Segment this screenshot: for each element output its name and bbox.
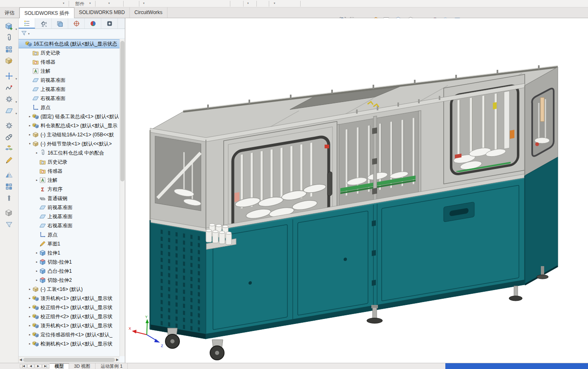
configuration-manager-tab[interactable] [52,18,68,29]
edit-component-icon[interactable] [2,55,17,67]
ribbon-tab-solidworks-插件[interactable]: SOLIDWORKS 插件 [19,7,74,18]
exploded-view-icon[interactable] [2,143,17,154]
expand-arrow-icon[interactable]: ▸ [34,269,39,273]
expand-arrow-icon[interactable]: ▸ [27,315,32,318]
tree-item[interactable]: 历史记录 [19,48,120,57]
tree-item[interactable]: 历史记录 [19,157,120,167]
belt-chain-icon[interactable] [2,131,17,143]
expand-arrow-icon[interactable]: ▸ [27,115,32,118]
selection-filter-icon[interactable] [2,219,17,230]
mirror-components-icon[interactable] [2,169,17,181]
filter-funnel-icon[interactable] [21,30,27,38]
nav-prev-button[interactable]: ◀ [27,364,34,368]
expand-arrow-icon[interactable]: ▸ [27,288,32,291]
gear-mate-icon[interactable] [2,120,17,131]
chevron-down-icon[interactable]: ▾ [274,2,275,5]
tree-item[interactable]: 原点 [19,230,120,239]
machine-3d-model[interactable]: X Y Z [125,18,588,363]
expand-arrow-icon[interactable]: ▸ [27,124,32,127]
insert-components-icon[interactable]: ▾ [2,21,17,32]
expand-arrow-icon[interactable]: ▸ [34,260,39,264]
nav-last-button[interactable]: ▶| [42,364,49,368]
bottom-tab-运动算例-1[interactable]: 运动算例 1 [96,363,128,369]
tree-item[interactable]: 前视基准面 [19,203,120,212]
ribbon-tab-评估[interactable]: 评估 [0,7,19,18]
ribbon-tab-circuitworks[interactable]: CircuitWorks [130,7,167,18]
expand-arrow-icon[interactable]: ▸ [27,306,32,309]
expand-arrow-icon[interactable]: ▸ [27,324,32,327]
tree-item[interactable]: 草图1 [19,239,120,248]
chevron-down-icon[interactable]: ▾ [89,2,91,5]
tree-item[interactable]: ▸16工位料仓总成 中的配合 [19,148,120,157]
tree-item[interactable]: ▸拉伸1 [19,248,120,257]
tree-item[interactable]: ▸(-) 工装<16> (默认) [19,285,120,294]
tree-item[interactable]: 原点 [19,103,120,112]
tree-item[interactable]: ▸顶升机构<1> (默认<默认_显示状 [19,294,120,303]
cam-tab[interactable] [101,18,118,29]
display-manager-tab[interactable] [85,18,101,29]
scroll-right-arrow[interactable]: ▶ [116,358,119,362]
expand-arrow-icon[interactable]: ▸ [34,151,39,155]
tree-item[interactable]: 右视基准面 [19,94,120,103]
tree-item[interactable]: 前视基准面 [19,76,120,85]
chevron-down-icon[interactable]: ▾ [108,2,110,5]
expand-arrow-icon[interactable]: ▸ [34,279,39,282]
tree-item[interactable]: A注解 [19,67,120,76]
expand-arrow-icon[interactable]: ▸ [27,333,32,336]
tree-item[interactable]: ▸切除-拉伸1 [19,257,120,267]
expand-arrow-icon[interactable]: ▾ [27,142,32,145]
ribbon-tab-solidworks-mbd[interactable]: SOLIDWORKS MBD [74,7,130,18]
bottom-tab-3d-视图[interactable]: 3D 视图 [69,363,96,369]
tree-item[interactable]: ▸(-) 主动链轮16A-12<1> (05B<<默 [19,130,120,139]
tree-item[interactable]: ▸校正组件<2> (默认<默认_显示状 [19,312,120,321]
dimxpert-manager-tab[interactable] [68,18,85,29]
tree-item[interactable]: 普通碳钢 [19,194,120,203]
tree-item[interactable]: ▸定位传感器组件<1> (默认<默认_ [19,330,120,339]
large-assembly-mode-icon[interactable] [2,207,17,219]
tree-item[interactable]: ▸凸台-拉伸1 [19,267,120,276]
tree-item[interactable]: ▸料仓装配总成<1> (默认<默认_显示 [19,121,120,130]
tree-item[interactable]: 16工位料仓总成 (默认<默认_显示状态 [19,39,120,48]
feature-manager-tab[interactable] [19,18,35,29]
mate-icon[interactable] [2,32,17,43]
expand-arrow-icon[interactable]: ▸ [27,342,32,345]
tree-item[interactable]: 右视基准面 [19,221,120,230]
nav-next-button[interactable]: ▶ [35,364,42,368]
graphics-viewport[interactable]: X Y Z [125,18,588,363]
tree-item[interactable]: ▾(-) 外链节垫块<1> (默认<<默认> [19,139,120,148]
component-pattern-icon[interactable] [2,181,17,192]
assembly-features-icon[interactable]: ▾ [2,93,17,105]
tree-item[interactable]: ▸校正组件<1> (默认<默认_显示状 [19,303,120,312]
property-manager-tab[interactable] [35,18,52,29]
chevron-down-icon[interactable]: ▾ [247,2,249,5]
move-component-icon[interactable]: ▾ [2,70,17,81]
scrollbar-thumb[interactable] [23,358,115,362]
tree-item[interactable]: ▸顶升机构<1> (默认<默认_显示状 [19,321,120,330]
reference-geometry-icon[interactable]: ▾ [2,105,17,116]
expand-arrow-icon[interactable]: ▸ [27,297,32,300]
tree-item[interactable]: 上视基准面 [19,85,120,94]
bottom-tab-模型[interactable]: 模型 [50,363,69,369]
scrollbar-thumb[interactable] [120,41,124,181]
expand-arrow-icon[interactable]: ▸ [34,251,39,255]
tree-horizontal-scrollbar[interactable]: ◀ ▶ [19,356,120,363]
tree-item[interactable]: 传感器 [19,167,120,176]
chevron-down-icon[interactable]: ▾ [28,32,30,36]
tree-item[interactable]: Σ方程序 [19,185,120,194]
scroll-left-arrow[interactable]: ◀ [19,358,22,362]
tree-vertical-scrollbar[interactable] [120,39,125,356]
tree-item[interactable]: 上视基准面 [19,212,120,221]
instant-3d-icon[interactable] [2,155,17,166]
expand-arrow-icon[interactable]: ▸ [34,179,39,182]
linear-component-pattern-icon[interactable] [2,44,17,55]
chevron-down-icon[interactable]: ▾ [63,2,65,5]
chevron-down-icon[interactable]: ▾ [143,2,145,5]
motion-study-icon[interactable] [2,82,17,93]
tree-item[interactable]: ▸切除-拉伸2 [19,276,120,285]
nav-first-button[interactable]: |◀ [20,364,27,368]
expand-arrow-icon[interactable]: ▸ [27,133,32,136]
smart-fasteners-icon[interactable] [2,193,17,204]
tree-item[interactable]: ▸检测机构<1> (默认<默认_显示状 [19,339,120,348]
tree-item[interactable]: ▸A注解 [19,176,120,185]
tree-item[interactable]: ▸(固定) 链条工装总成<1> (默认<默认 [19,112,120,121]
